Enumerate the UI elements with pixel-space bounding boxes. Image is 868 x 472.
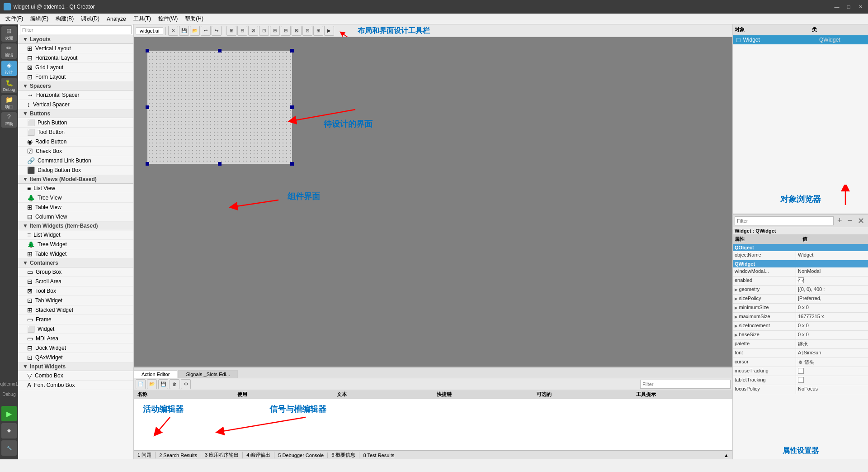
tb-layout6[interactable]: ⊟ <box>281 26 291 36</box>
sidebar-project[interactable]: 📁 项目 <box>1 95 17 110</box>
widget-font-combo-box[interactable]: A Font Combo Box <box>18 381 133 390</box>
tablettracking-checkbox[interactable] <box>798 377 804 383</box>
prop-maximumsize[interactable]: maximumSize 16777215 x <box>733 313 868 322</box>
minimize-button[interactable]: — <box>833 3 841 11</box>
widget-frame[interactable]: ▭ Frame <box>18 315 133 324</box>
sidebar-extra2[interactable]: 🔧 <box>1 440 17 456</box>
menu-help[interactable]: 帮助(H) <box>181 14 207 24</box>
widget-qaxwidget[interactable]: ⊡ QAxWidget <box>18 353 133 362</box>
prop-tablettracking[interactable]: tabletTracking <box>733 376 868 385</box>
status-test[interactable]: 8 Test Results <box>359 453 398 458</box>
prop-minimumsize[interactable]: minimumSize 0 x 0 <box>733 304 868 313</box>
widget-combo-box[interactable]: ▽ Combo Box <box>18 371 133 381</box>
prop-cursor[interactable]: cursor 🖱 箭头 <box>733 358 868 367</box>
prop-focuspolicy[interactable]: focusPolicy NoFocus <box>733 385 868 394</box>
prop-add-button[interactable]: + <box>835 216 844 225</box>
widget-radio-button[interactable]: ◉ Radio Button <box>18 137 133 147</box>
prop-filter-input[interactable] <box>735 216 834 225</box>
widget-tool-button[interactable]: ⬜ Tool Button <box>18 128 133 137</box>
prop-sizepolicy[interactable]: sizePolicy [Preferred, <box>733 295 868 304</box>
tab-action-editor[interactable]: Action Editor <box>134 370 177 378</box>
obj-item-widget[interactable]: □ Widget QWidget <box>733 35 868 44</box>
handle-tr[interactable] <box>290 49 294 52</box>
prop-close-button[interactable]: ✕ <box>856 216 866 226</box>
widget-tree-view[interactable]: 🌲 Tree View <box>18 193 133 203</box>
section-layouts[interactable]: ▼ Layouts <box>18 35 133 44</box>
widget-dialog-button-box[interactable]: ⬛ Dialog Button Box <box>18 166 133 175</box>
menu-controls[interactable]: 控件(W) <box>155 14 181 24</box>
tb-open[interactable]: 📂 <box>190 26 200 36</box>
widget-table-widget[interactable]: ⊞ Table Widget <box>18 249 133 259</box>
widget-tree-widget[interactable]: 🌲 Tree Widget <box>18 240 133 249</box>
bottom-tb-delete[interactable]: 🗑 <box>170 379 179 389</box>
widget-filter-input[interactable] <box>20 25 132 34</box>
bottom-tb-new[interactable]: 📄 <box>136 379 146 389</box>
widget-widget[interactable]: ⬜ Widget <box>18 324 133 334</box>
tb-layout1[interactable]: ⊞ <box>226 26 236 36</box>
section-input-widgets[interactable]: ▼ Input Widgets <box>18 362 133 371</box>
widget-stacked-widget[interactable]: ⊞ Stacked Widget <box>18 305 133 315</box>
widget-grid-layout[interactable]: ⊠ Grid Layout <box>18 63 133 72</box>
prop-minus-button[interactable]: − <box>845 216 854 225</box>
prop-font[interactable]: font A [SimSun <box>733 349 868 358</box>
run-button[interactable]: ▶ <box>1 406 17 421</box>
prop-palette[interactable]: palette 继承 <box>733 340 868 349</box>
menu-file[interactable]: 文件(F) <box>2 14 27 24</box>
prop-sizeincrement[interactable]: sizeIncrement 0 x 0 <box>733 322 868 331</box>
widget-scroll-area[interactable]: ⊟ Scroll Area <box>18 277 133 286</box>
menu-analyze[interactable]: Analyze <box>103 15 130 23</box>
widget-vertical-spacer[interactable]: ↕ Vertical Spacer <box>18 100 133 110</box>
widget-command-link-button[interactable]: 🔗 Command Link Button <box>18 156 133 166</box>
prop-enabled[interactable]: enabled ✓ <box>733 277 868 286</box>
widget-list-widget[interactable]: ≡ List Widget <box>18 230 133 240</box>
menu-build[interactable]: 构建(B) <box>52 14 77 24</box>
widget-form-layout[interactable]: ⊡ Form Layout <box>18 72 133 82</box>
canvas-tab-widget[interactable]: widget.ui <box>136 27 163 34</box>
handle-right[interactable] <box>290 105 294 109</box>
menu-tools[interactable]: 工具(T) <box>130 14 155 24</box>
tb-redo[interactable]: ↪ <box>212 26 222 36</box>
sidebar-welcome[interactable]: ⊞ 欢迎 <box>1 26 17 42</box>
prop-mousetracking[interactable]: mouseTracking <box>733 367 868 376</box>
bottom-tb-settings[interactable]: ⚙ <box>181 379 191 389</box>
widget-horizontal-layout[interactable]: ⊟ Horizontal Layout <box>18 53 133 63</box>
tb-undo[interactable]: ↩ <box>201 26 211 36</box>
section-item-views[interactable]: ▼ Item Views (Model-Based) <box>18 175 133 184</box>
prop-geometry[interactable]: geometry [(0, 0), 400 : <box>733 286 868 295</box>
tb-layout2[interactable]: ⊟ <box>237 26 247 36</box>
tb-layout10[interactable]: ▶ <box>324 26 334 36</box>
tb-layout9[interactable]: ⊞ <box>313 26 323 36</box>
prop-basesize[interactable]: baseSize 0 x 0 <box>733 331 868 340</box>
widget-tool-box[interactable]: ⊠ Tool Box <box>18 286 133 296</box>
tb-layout5[interactable]: ⊞ <box>270 26 280 36</box>
handle-br[interactable] <box>290 162 294 166</box>
widget-vertical-layout[interactable]: ⊞ Vertical Layout <box>18 44 133 53</box>
tb-save[interactable]: 💾 <box>179 26 189 36</box>
tb-layout8[interactable]: ⊡ <box>302 26 312 36</box>
sidebar-extra1[interactable]: ⬟ <box>1 423 17 439</box>
menu-edit[interactable]: 编辑(E) <box>27 14 52 24</box>
handle-tl[interactable] <box>146 49 149 52</box>
prop-objectname[interactable]: objectName Widget <box>733 251 868 260</box>
widget-design-canvas[interactable] <box>147 51 292 164</box>
handle-bl[interactable] <box>146 162 149 166</box>
sidebar-help[interactable]: ? 帮助 <box>1 112 17 128</box>
status-app-output[interactable]: 3 应用程序输出 <box>201 452 243 458</box>
bottom-tb-open[interactable]: 📂 <box>147 379 157 389</box>
bottom-tb-save[interactable]: 💾 <box>158 379 168 389</box>
tb-layout4[interactable]: ⊡ <box>259 26 269 36</box>
handle-top[interactable] <box>218 49 222 52</box>
mousetracking-checkbox[interactable] <box>798 368 804 374</box>
widget-dock-widget[interactable]: ⊟ Dock Widget <box>18 343 133 353</box>
status-search[interactable]: 2 Search Results <box>156 453 201 458</box>
widget-group-box[interactable]: ▭ Group Box <box>18 267 133 277</box>
menu-debug[interactable]: 调试(D) <box>77 14 103 24</box>
section-buttons[interactable]: ▼ Buttons <box>18 110 133 118</box>
sidebar-debug[interactable]: 🐛 Debug <box>1 78 17 93</box>
tb-close[interactable]: ✕ <box>168 26 178 36</box>
widget-column-view[interactable]: ⊟ Column View <box>18 212 133 222</box>
tb-layout7[interactable]: ⊠ <box>292 26 302 36</box>
widget-horizontal-spacer[interactable]: ↔ Horizontal Spacer <box>18 91 133 100</box>
status-compile[interactable]: 4 编译输出 <box>243 452 274 458</box>
prop-windowmodal[interactable]: windowModal... NonModal <box>733 267 868 277</box>
